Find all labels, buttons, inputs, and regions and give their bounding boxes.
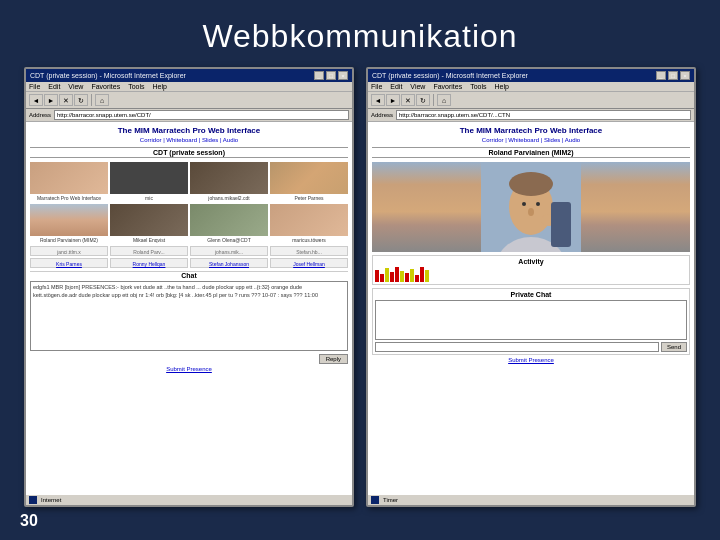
left-address-input[interactable] [54,110,349,120]
link-row: Kris Parnes Ronny Hellqan Stefan Johanss… [30,258,348,268]
mim-nav-left: Corridor | Whiteboard | Slides | Audio [30,137,348,143]
face-3 [190,162,268,194]
video-thumb-2 [110,162,188,194]
right-menu-help[interactable]: Help [495,83,509,90]
right-separator [433,94,434,106]
video-grid-2: Roland Parviainen (MIM2) Mikael Enqvist … [30,204,348,243]
menu-file[interactable]: File [29,83,40,90]
name-cell-4: Stefan.hb... [270,246,348,256]
private-send-button[interactable]: Send [661,342,687,352]
right-menubar: File Edit View Favorites Tools Help [368,82,694,92]
right-minimize-button[interactable]: _ [656,71,666,80]
right-back-button[interactable]: ◄ [371,94,385,106]
bar-4 [390,272,394,282]
taskbar-label-left: Internet [41,497,61,503]
name-cell-3: johans.mik... [190,246,268,256]
activity-section: Activity [372,255,690,285]
face-6 [110,204,188,236]
session-title-right: Roland Parviainen (MIM2) [372,147,690,158]
close-button[interactable]: × [338,71,348,80]
back-button[interactable]: ◄ [29,94,43,106]
label-2: mic [110,195,188,201]
menu-help[interactable]: Help [153,83,167,90]
video-cell-6: Mikael Enqvist [110,204,188,243]
label-4: Peter Parnes [270,195,348,201]
titlebar-buttons: _ □ × [314,71,348,80]
link-cell-2[interactable]: Ronny Hellqan [110,258,188,268]
right-maximize-button[interactable]: □ [668,71,678,80]
link-cell-4[interactable]: Josef Hellman [270,258,348,268]
home-button[interactable]: ⌂ [95,94,109,106]
right-titlebar: CDT (private session) - Microsoft Intern… [368,69,694,82]
link-cell-3[interactable]: Stefan Johansson [190,258,268,268]
left-taskbar: Internet [26,494,352,505]
bar-7 [405,273,409,282]
name-row-1: janci.ttlm.x Roland Parv... johans.mik..… [30,246,348,256]
session-title-left: CDT (private session) [30,147,348,158]
menu-favorites[interactable]: Favorites [91,83,120,90]
label-3: johans.mikael2.cdt [190,195,268,201]
mim-header-right: The MIM Marratech Pro Web Interface [372,126,690,135]
refresh-button[interactable]: ↻ [74,94,88,106]
svg-point-4 [522,202,526,206]
left-address-bar: Address [26,109,352,122]
right-close-button[interactable]: × [680,71,690,80]
taskbar-icon-right [371,496,379,504]
name-cell-2: Roland Parv... [110,246,188,256]
menu-view[interactable]: View [68,83,83,90]
bar-3 [385,268,389,282]
private-input-row: Send [375,342,687,352]
menu-edit[interactable]: Edit [48,83,60,90]
stop-button[interactable]: ✕ [59,94,73,106]
mim-header-left: The MIM Marratech Pro Web Interface [30,126,348,135]
right-footer-link[interactable]: Submit Presence [372,357,690,363]
menu-tools[interactable]: Tools [128,83,144,90]
minimize-button[interactable]: _ [314,71,324,80]
private-chat-input[interactable] [375,342,659,352]
chat-content: edgfs1 MBR [bjorn] PRESENCES:- bjork vet… [33,284,318,298]
right-menu-file[interactable]: File [371,83,382,90]
page-number: 30 [20,512,38,530]
browsers-container: CDT (private session) - Microsoft Intern… [0,67,720,507]
right-forward-button[interactable]: ► [386,94,400,106]
right-titlebar-buttons: _ □ × [656,71,690,80]
separator [91,94,92,106]
left-footer-link[interactable]: Submit Presence [30,366,348,372]
right-menu-tools[interactable]: Tools [470,83,486,90]
right-stop-button[interactable]: ✕ [401,94,415,106]
left-content: The MIM Marratech Pro Web Interface Corr… [26,122,352,494]
link-cell-1[interactable]: Kris Parnes [30,258,108,268]
video-cell-5: Roland Parviainen (MIM2) [30,204,108,243]
video-cell-3: johans.mikael2.cdt [190,162,268,201]
right-refresh-button[interactable]: ↻ [416,94,430,106]
chat-send-button[interactable]: Reply [319,354,348,364]
right-home-button[interactable]: ⌂ [437,94,451,106]
right-menu-view[interactable]: View [410,83,425,90]
video-cell-4: Peter Parnes [270,162,348,201]
label-1: Marratech Pro Web Interface [30,195,108,201]
right-address-input[interactable] [396,110,691,120]
right-toolbar: ◄ ► ✕ ↻ ⌂ [368,92,694,109]
face-1 [30,162,108,194]
right-address-label: Address [371,112,393,118]
video-thumb-6 [110,204,188,236]
label-6: Mikael Enqvist [110,237,188,243]
forward-button[interactable]: ► [44,94,58,106]
face-7 [190,204,268,236]
video-thumb-4 [270,162,348,194]
video-cell-1: Marratech Pro Web Interface [30,162,108,201]
svg-point-5 [536,202,540,206]
activity-label: Activity [375,258,687,265]
right-menu-edit[interactable]: Edit [390,83,402,90]
maximize-button[interactable]: □ [326,71,336,80]
left-toolbar: ◄ ► ✕ ↻ ⌂ [26,92,352,109]
right-menu-favorites[interactable]: Favorites [433,83,462,90]
video-cell-7: Glenn Olena@CDT [190,204,268,243]
chat-section: Chat edgfs1 MBR [bjorn] PRESENCES:- bjor… [30,271,348,364]
video-grid-1: Marratech Pro Web Interface mic johans.m… [30,162,348,201]
taskbar-label-right: Timer [383,497,398,503]
right-titlebar-text: CDT (private session) - Microsoft Intern… [372,72,528,79]
chat-box: edgfs1 MBR [bjorn] PRESENCES:- bjork vet… [30,281,348,351]
video-cell-2: mic [110,162,188,201]
page-title: Webbkommunikation [0,0,720,67]
